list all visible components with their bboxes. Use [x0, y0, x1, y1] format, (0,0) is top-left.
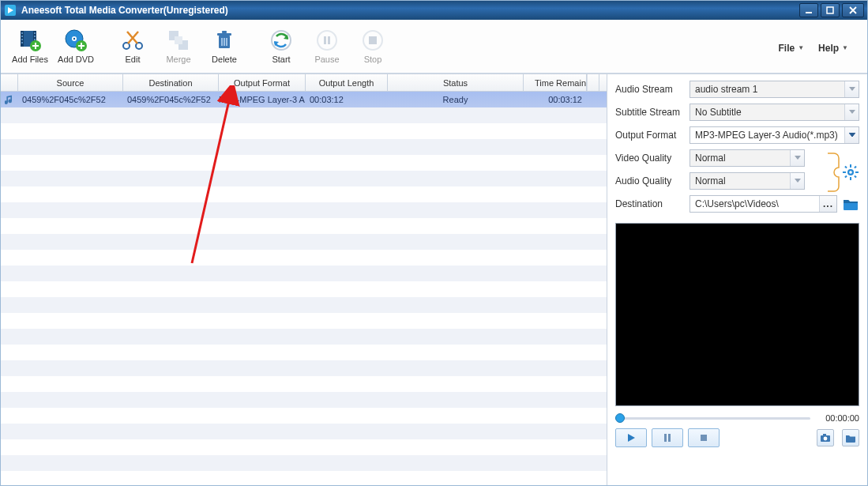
header-output-format[interactable]: Output Format: [219, 74, 306, 91]
seek-knob[interactable]: [615, 413, 625, 423]
cell-source: 0459%2F045c%2F52: [18, 95, 123, 104]
file-menu[interactable]: File ▼: [778, 43, 804, 54]
preview-pause-button[interactable]: [652, 428, 683, 447]
svg-rect-1: [806, 12, 812, 13]
video-preview[interactable]: [615, 223, 859, 406]
music-note-icon: [5, 94, 14, 105]
film-plus-icon: [17, 28, 43, 53]
svg-rect-7: [21, 36, 23, 37]
file-list-pane: Source Destination Output Format Output …: [1, 74, 607, 485]
audio-stream-select[interactable]: audio stream 1: [690, 81, 859, 98]
audio-quality-select[interactable]: Normal: [690, 172, 805, 190]
gear-icon: [843, 164, 859, 180]
chevron-down-icon: [844, 127, 859, 143]
cell-status: Ready: [388, 95, 524, 104]
svg-rect-6: [21, 32, 23, 34]
subtitle-stream-select[interactable]: No Subtitle: [690, 104, 859, 121]
pause-icon: [314, 28, 340, 53]
cell-remain: 00:03:12: [524, 95, 587, 104]
add-dvd-button[interactable]: Add DVD: [53, 25, 99, 71]
scissors-icon: [120, 28, 145, 53]
cell-format: MP3-MPEG Layer-3 Audio: [219, 95, 306, 104]
header-time-remain[interactable]: Time Remain: [524, 74, 587, 91]
preview-stop-button[interactable]: [688, 428, 720, 447]
convert-start-icon: [269, 28, 294, 53]
header-source[interactable]: Source: [18, 74, 123, 91]
svg-rect-46: [844, 175, 847, 179]
advanced-settings-button[interactable]: [842, 164, 859, 181]
header-destination[interactable]: Destination: [123, 74, 219, 91]
help-menu[interactable]: Help ▼: [818, 43, 848, 54]
seek-track[interactable]: [615, 413, 810, 424]
row-type-icon: [1, 94, 18, 105]
pause-label: Pause: [314, 55, 339, 64]
snapshot-button[interactable]: [817, 429, 834, 446]
svg-rect-29: [224, 38, 225, 46]
chevron-down-icon: [844, 81, 859, 97]
audio-stream-value: audio stream 1: [695, 84, 757, 95]
edit-button[interactable]: Edit: [110, 25, 156, 71]
start-button[interactable]: Start: [258, 25, 304, 71]
delete-button[interactable]: Delete: [201, 25, 247, 71]
destination-input[interactable]: C:\Users\pc\Videos\ ...: [690, 195, 837, 213]
output-format-select[interactable]: MP3-MPEG Layer-3 Audio(*.mp3): [690, 126, 859, 144]
output-format-label: Output Format: [615, 130, 690, 141]
browse-more-button[interactable]: ...: [819, 196, 836, 212]
help-menu-label: Help: [818, 43, 839, 54]
playback-controls: [615, 428, 859, 447]
close-button[interactable]: [842, 3, 864, 17]
stop-icon: [360, 28, 385, 53]
preview-play-button[interactable]: [615, 428, 647, 447]
playback-time: 00:00:00: [817, 413, 859, 423]
video-quality-select[interactable]: Normal: [690, 149, 805, 167]
svg-rect-39: [850, 164, 851, 168]
svg-point-53: [824, 437, 828, 441]
svg-point-32: [318, 31, 336, 50]
stop-label: Stop: [364, 55, 382, 64]
maximize-button[interactable]: [821, 3, 840, 17]
header-status[interactable]: Status: [388, 74, 524, 91]
stop-square-icon: [699, 433, 708, 443]
header-icon-col[interactable]: [1, 74, 18, 91]
app-window: Aneesoft Total Media Converter(Unregiste…: [0, 0, 868, 486]
start-label: Start: [272, 55, 290, 64]
svg-rect-43: [844, 166, 847, 169]
header-scroll-gutter: [587, 74, 599, 91]
svg-rect-48: [664, 434, 667, 442]
seek-bar: 00:00:00: [615, 413, 859, 424]
header-output-length[interactable]: Output Length: [306, 74, 388, 91]
minimize-button[interactable]: [799, 3, 818, 17]
chevron-down-icon: [844, 104, 859, 120]
video-quality-row: Video Quality Normal: [615, 149, 823, 167]
open-folder-button[interactable]: [842, 195, 859, 213]
caret-down-icon: ▼: [798, 44, 804, 51]
subtitle-stream-value: No Subtitle: [695, 107, 742, 118]
app-icon: [4, 4, 17, 17]
open-snapshot-folder-button[interactable]: [842, 429, 859, 446]
stop-button[interactable]: Stop: [350, 25, 396, 71]
add-files-button[interactable]: Add Files: [7, 25, 53, 71]
subtitle-stream-label: Subtitle Stream: [615, 107, 690, 118]
svg-rect-40: [850, 177, 851, 180]
pause-button[interactable]: Pause: [304, 25, 350, 71]
svg-rect-27: [222, 31, 227, 33]
video-quality-label: Video Quality: [615, 153, 690, 164]
output-format-row: Output Format MP3-MPEG Layer-3 Audio(*.m…: [615, 126, 859, 144]
svg-rect-12: [34, 39, 36, 40]
audio-stream-row: Audio Stream audio stream 1: [615, 81, 859, 98]
pause-icon: [663, 433, 672, 443]
destination-value: C:\Users\pc\Videos\: [695, 198, 779, 209]
table-row[interactable]: 0459%2F045c%2F52 0459%2F045c%2F52 MP3-MP…: [1, 92, 607, 107]
file-menu-label: File: [778, 43, 795, 54]
merge-button[interactable]: Merge: [156, 25, 201, 71]
trash-icon: [212, 28, 237, 53]
add-files-label: Add Files: [12, 55, 48, 64]
svg-rect-44: [854, 175, 857, 179]
grid-rows[interactable]: 0459%2F045c%2F52 0459%2F045c%2F52 MP3-MP…: [1, 92, 607, 485]
audio-quality-label: Audio Quality: [615, 175, 690, 186]
destination-label: Destination: [615, 198, 690, 209]
svg-rect-45: [854, 166, 857, 169]
svg-rect-2: [827, 7, 833, 13]
destination-row: Destination C:\Users\pc\Videos\ ...: [615, 195, 859, 213]
chevron-down-icon: [790, 173, 804, 189]
